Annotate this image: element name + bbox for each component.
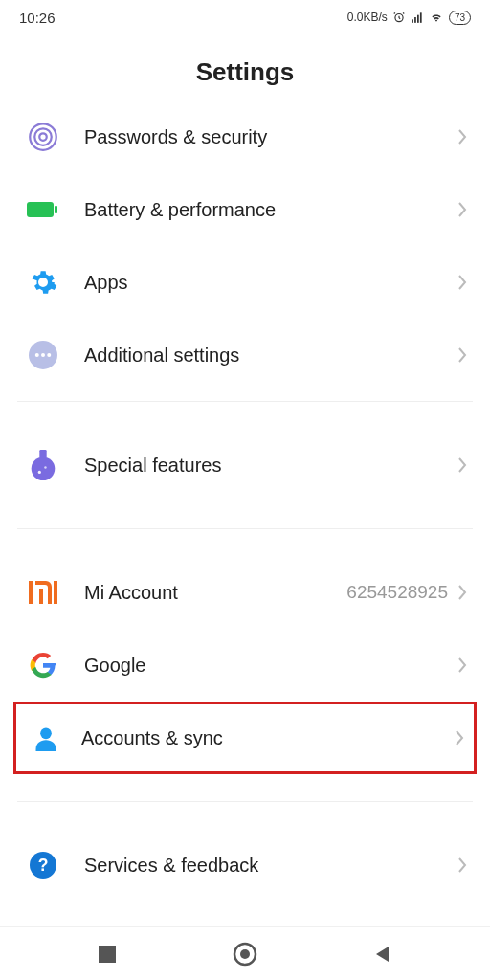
svg-rect-9	[55, 206, 57, 213]
svg-text:?: ?	[38, 856, 49, 875]
status-bar: 10:26 0.0KB/s 73	[0, 0, 490, 34]
status-time: 10:26	[19, 10, 56, 26]
settings-item-accounts-sync[interactable]: Accounts & sync	[13, 702, 477, 774]
nav-recents-button[interactable]	[38, 946, 176, 963]
settings-item-battery-performance[interactable]: Battery & performance	[0, 173, 490, 246]
settings-item-label: Mi Account	[84, 582, 346, 604]
dots-icon	[23, 341, 63, 369]
settings-item-label: Battery & performance	[84, 199, 457, 221]
svg-point-5	[39, 133, 47, 141]
navigation-bar	[0, 926, 490, 980]
settings-item-label: Special features	[84, 455, 457, 477]
svg-rect-22	[99, 946, 116, 963]
help-icon: ?	[23, 852, 63, 879]
chevron-right-icon	[457, 584, 467, 601]
settings-item-label: Apps	[84, 272, 457, 294]
chevron-right-icon	[457, 128, 467, 145]
battery-icon	[23, 200, 63, 219]
potion-icon	[23, 450, 63, 480]
mi-logo-icon	[23, 581, 63, 604]
svg-point-16	[38, 471, 41, 474]
settings-item-google[interactable]: Google	[0, 629, 490, 702]
svg-rect-14	[39, 450, 46, 457]
battery-indicator: 73	[449, 11, 471, 25]
gear-icon	[23, 268, 63, 297]
settings-item-mi-account[interactable]: Mi Account 6254528925	[0, 556, 490, 629]
chevron-right-icon	[457, 346, 467, 364]
settings-item-label: Additional settings	[84, 345, 457, 367]
svg-point-19	[40, 728, 52, 740]
svg-point-11	[35, 353, 39, 357]
svg-rect-3	[417, 15, 419, 23]
settings-item-passwords-security[interactable]: Passwords & security	[0, 100, 490, 173]
svg-point-17	[44, 466, 46, 468]
svg-rect-18	[54, 581, 57, 604]
chevron-right-icon	[457, 201, 467, 218]
svg-rect-1	[412, 19, 413, 23]
svg-rect-8	[27, 202, 54, 217]
person-icon	[26, 724, 66, 751]
settings-item-label: Google	[84, 655, 457, 677]
chevron-right-icon	[457, 657, 467, 674]
settings-item-label: Services & feedback	[84, 855, 457, 877]
svg-point-13	[47, 353, 51, 357]
svg-rect-4	[420, 12, 422, 22]
google-logo-icon	[23, 652, 63, 679]
svg-point-6	[34, 128, 52, 145]
status-data-rate: 0.0KB/s	[347, 11, 388, 24]
settings-item-services-feedback[interactable]: ? Services & feedback	[0, 829, 490, 902]
page-title: Settings	[0, 57, 490, 87]
chevron-right-icon	[457, 274, 467, 291]
status-indicators: 0.0KB/s 73	[347, 11, 471, 25]
svg-point-15	[32, 457, 56, 480]
nav-back-button[interactable]	[314, 945, 452, 964]
settings-item-apps[interactable]: Apps	[0, 246, 490, 319]
svg-point-12	[41, 353, 45, 357]
nav-home-button[interactable]	[176, 942, 314, 967]
wifi-icon	[429, 11, 444, 24]
touch-icon	[23, 122, 63, 151]
svg-rect-2	[414, 17, 416, 23]
chevron-right-icon	[457, 457, 467, 474]
alarm-icon	[392, 11, 406, 24]
chevron-right-icon	[457, 857, 467, 874]
svg-point-24	[240, 949, 250, 959]
settings-item-value: 6254528925	[346, 582, 448, 603]
settings-item-label: Passwords & security	[84, 126, 457, 148]
settings-item-label: Accounts & sync	[81, 727, 455, 749]
chevron-right-icon	[455, 729, 464, 746]
signal-icon	[411, 11, 424, 24]
settings-list: Passwords & security Battery & performan…	[0, 100, 490, 902]
settings-item-special-features[interactable]: Special features	[0, 429, 490, 501]
settings-item-additional-settings[interactable]: Additional settings	[0, 319, 490, 391]
